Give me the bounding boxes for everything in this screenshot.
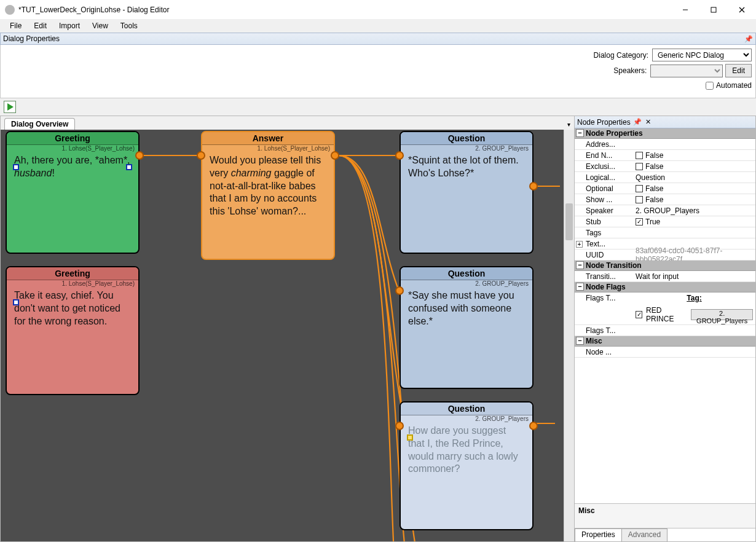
checkbox-icon[interactable]: ✓ [636,311,642,318]
toolbar [0,98,756,116]
node-title: Question [401,403,532,415]
window-title: *TUT_LowerDeck_OriginLohse - Dialog Edit… [18,6,671,14]
tag-red-prince: RED PRINCE [646,306,687,323]
prop-exclusive: Exclusi... [575,162,633,171]
menu-file[interactable]: File [4,20,28,31]
node-greeting-2[interactable]: Greeting 1. Lohse(S_Player_Lohse) Take i… [6,266,140,395]
property-grid[interactable]: −Node Properties Addres... End N...False… [575,128,755,503]
category-node-transition[interactable]: −Node Transition [575,261,755,271]
node-text: *Say she must have you confused with som… [401,287,532,334]
svg-rect-1 [711,7,716,12]
prop-flags-2: Flags T... [575,326,633,335]
node-out-port[interactable] [331,151,339,160]
app-icon [5,5,15,15]
prop-transition: Transiti... [575,272,633,281]
node-in-port[interactable] [395,286,404,295]
tab-dialog-overview[interactable]: Dialog Overview [4,118,75,130]
automated-checkbox[interactable] [706,82,714,90]
speakers-select[interactable] [650,65,723,77]
play-button[interactable] [4,101,16,113]
node-answer[interactable]: Answer 1. Lohse(S_Player_Lohse) Would yo… [201,131,335,260]
maximize-button[interactable] [699,0,728,19]
node-subtitle: 1. Lohse(S_Player_Lohse) [7,145,138,152]
node-title: Greeting [7,267,138,280]
node-properties-panel: Node Properties 📌 ✕ −Node Properties Add… [575,116,756,542]
node-subtitle: 2. GROUP_Players [401,145,532,152]
minimize-button[interactable] [671,0,699,19]
menu-view[interactable]: View [86,20,114,31]
node-subtitle: 1. Lohse(S_Player_Lohse) [7,280,138,287]
node-in-port[interactable] [395,422,404,430]
prop-optional: Optional [575,184,633,193]
automated-checkbox-label[interactable]: Automated [703,80,752,92]
node-out-port[interactable] [529,422,538,430]
node-title: Answer [202,132,334,145]
pin-icon[interactable]: 📌 [633,118,642,126]
node-out-port[interactable] [135,151,144,160]
category-node-properties[interactable]: −Node Properties [575,128,755,139]
category-node-flags[interactable]: −Node Flags [575,282,755,293]
node-text: Take it easy, chief. You don't want to g… [7,287,138,334]
checkbox-icon [636,196,643,203]
prop-tags: Tags [575,229,633,237]
tab-advanced[interactable]: Advanced [621,528,667,541]
checkbox-icon [636,152,643,159]
node-title: Question [401,132,532,145]
close-button[interactable] [728,0,756,19]
dialog-category-select[interactable]: Generic NPC Dialog [652,49,752,61]
menu-tools[interactable]: Tools [114,20,144,31]
prop-speaker: Speaker [575,206,633,215]
node-marker [407,434,413,441]
node-subtitle: 2. GROUP_Players [401,415,532,422]
checkbox-icon [636,185,643,192]
node-subtitle: 2. GROUP_Players [401,280,532,287]
tab-properties[interactable]: Properties [575,528,622,541]
menu-edit[interactable]: Edit [28,20,53,31]
prop-stub: Stub [575,218,633,226]
checkbox-icon: ✓ [636,218,643,226]
play-icon [7,103,14,111]
node-text: Would you please tell this very charming… [202,152,334,224]
prop-addressed: Addres... [575,140,633,149]
prop-uuid: UUID [575,251,633,259]
tab-dropdown-icon[interactable]: ▾ [567,121,570,128]
node-question-2[interactable]: Question 2. GROUP_Players *Say she must … [400,266,534,389]
node-marker [13,299,19,305]
tag-group-button[interactable]: 2. GROUP_Players [691,309,753,320]
prop-node: Node ... [575,348,633,356]
checkbox-icon [636,163,643,170]
node-text: Ah, there you are, *ahem*, husband! [7,152,138,186]
menu-import[interactable]: Import [53,20,86,31]
pin-icon[interactable]: 📌 [744,35,753,43]
title-bar: *TUT_LowerDeck_OriginLohse - Dialog Edit… [0,0,756,19]
tag-header: Tag: [636,294,753,302]
close-panel-icon[interactable]: ✕ [644,118,653,126]
node-text: How dare you suggest that I, the Red Pri… [401,422,532,482]
menu-bar: File Edit Import View Tools [0,19,756,33]
canvas-scrollbar[interactable] [564,130,574,541]
prop-show: Show ... [575,195,633,204]
category-misc[interactable]: −Misc [575,336,755,347]
prop-text: +Text... [575,240,633,248]
node-in-port[interactable] [395,151,404,160]
dialog-properties-header: Dialog Properties 📌 [0,33,756,45]
node-subtitle: 1. Lohse(S_Player_Lohse) [202,145,334,152]
prop-end-node: End N... [575,151,633,160]
dialog-canvas[interactable]: Greeting 1. Lohse(S_Player_Lohse) Ah, th… [1,130,574,541]
right-panel-tabs: Properties Advanced [575,528,755,541]
speakers-edit-button[interactable]: Edit [725,64,752,77]
node-greeting-1[interactable]: Greeting 1. Lohse(S_Player_Lohse) Ah, th… [6,131,140,254]
prop-logical: Logical... [575,173,633,182]
dialog-properties-label: Dialog Properties [3,34,60,43]
node-title: Question [401,267,532,280]
node-marker [13,164,19,170]
canvas-tab-row: Dialog Overview ▾ [1,116,574,130]
node-question-3[interactable]: Question 2. GROUP_Players How dare you s… [400,401,534,530]
misc-description: Misc [575,503,755,528]
scroll-thumb[interactable] [565,203,573,240]
node-in-port[interactable] [197,151,205,160]
node-question-1[interactable]: Question 2. GROUP_Players *Squint at the… [400,131,534,254]
node-out-port[interactable] [529,182,538,190]
speakers-label: Speakers: [613,66,647,75]
node-properties-header: Node Properties [577,118,631,127]
